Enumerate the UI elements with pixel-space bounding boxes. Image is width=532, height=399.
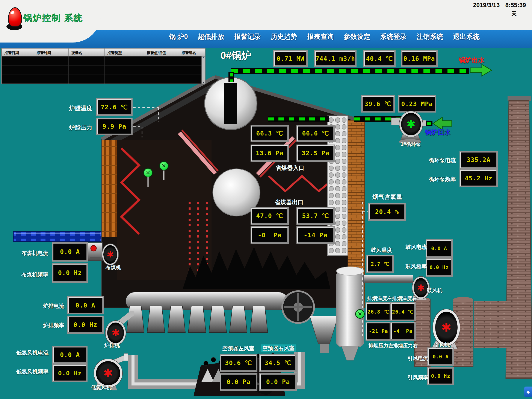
boiler-name: 0#锅炉: [221, 49, 251, 62]
alarm-col-date: 报警日期: [2, 49, 34, 56]
flue-press-left-box: -21 Pa: [366, 323, 390, 340]
flue-temp-left-label: 排烟温度左: [367, 295, 392, 302]
induced-freq-label: 引风频率: [408, 374, 428, 381]
date-label: 2019/3/13: [473, 2, 500, 8]
blower-temp-box: 2.7 ℃: [367, 255, 393, 272]
return-temp-box: 39.6 ℃: [362, 96, 394, 112]
feeder-freq-box: 0.0 Hz: [53, 264, 87, 282]
flue-press-left-label: 排烟压力左: [368, 342, 393, 349]
menu-item-logout[interactable]: 注销系统: [417, 32, 443, 41]
main-menu: 锅 炉0 超低排放 报警记录 历史趋势 报表查询 参数设定 系统登录 注销系统 …: [169, 32, 480, 41]
flue-temp-left-box: 26.8 ℃: [366, 303, 390, 321]
o2-box: 20.4 %: [369, 203, 405, 220]
airpreheater-right-label: 空预器右风室: [261, 344, 296, 352]
eco-inlet-press2-box: 32.5 Pa: [297, 145, 334, 161]
furnace-temp-box: 72.6 ℃: [97, 99, 132, 115]
alarm-column: [144, 57, 179, 84]
menu-item-params[interactable]: 参数设定: [344, 32, 370, 41]
blower-freq-label: 鼓风频率: [405, 263, 427, 270]
return-pipe-label: 锅炉回水: [425, 128, 450, 137]
alarm-table[interactable]: 报警日期 报警时间 变量名 报警类型 报警值/旧值 报警组名 ▲ ▼: [1, 48, 205, 84]
eco-inlet-press1-box: 13.6 Pa: [251, 145, 288, 161]
lownox-fan-icon[interactable]: ✱: [94, 359, 122, 387]
pump-impeller-icon: ✱: [406, 119, 416, 130]
roof-valve-1-icon[interactable]: ✕: [143, 168, 153, 177]
circulation-pump-icon[interactable]: ✱: [399, 111, 423, 137]
grate-fan-icon[interactable]: ✱: [106, 321, 126, 345]
alarm-column: [34, 57, 69, 84]
induced-current-label: 引风电流: [408, 355, 428, 362]
lownox-freq-label: 低氮风机频率: [16, 368, 49, 375]
fan-impeller-icon: ✱: [442, 321, 452, 334]
menu-item-emission[interactable]: 超低排放: [198, 32, 224, 41]
menu-item-login[interactable]: 系统登录: [380, 32, 407, 41]
blower-current-box: 0.0 A: [426, 240, 452, 257]
time-label: 8:55:39: [505, 2, 526, 8]
scroll-up-icon[interactable]: ▲: [203, 57, 204, 59]
blower-fan-label: 鼓风机: [427, 287, 442, 294]
blower-temp-label: 鼓风温度: [371, 247, 392, 254]
roof-valve-2-icon[interactable]: ✕: [159, 161, 169, 170]
coal-feeder-label: 布煤机: [106, 264, 121, 271]
corner-glyph-icon: ◆: [526, 389, 530, 394]
menu-item-history[interactable]: 历史趋势: [271, 32, 297, 41]
blower-current-label: 鼓风电流: [405, 243, 427, 251]
alarm-column: [105, 57, 144, 84]
alarm-table-header: 报警日期 报警时间 变量名 报警类型 报警值/旧值 报警组名: [2, 49, 205, 57]
menu-item-boiler0[interactable]: 锅 炉0: [169, 32, 188, 41]
o2-label: 烟气含氧量: [372, 193, 402, 201]
eco-outlet-temp1-box: 47.0 ℃: [251, 208, 288, 224]
valve-cross-icon: ✕: [146, 170, 150, 176]
airpreheater-right-press-box: 0.0 Pa: [260, 374, 296, 390]
feeder-freq-label: 布煤机频率: [21, 271, 48, 278]
coal-feeder-fan-icon[interactable]: ✱: [102, 244, 118, 265]
outlet-pipe-label: 锅炉出水: [459, 56, 484, 65]
grate-label: 炉排机: [104, 342, 120, 349]
day-label: 天: [511, 10, 517, 17]
induced-fan-label: 引风机: [434, 341, 450, 348]
eco-outlet-press2-box: -14 Pa: [297, 227, 334, 243]
alarm-lamp-icon: [6, 7, 22, 30]
flue-press-right-label: 排烟压力右: [393, 342, 418, 349]
floating-widget-icon[interactable]: ◆: [524, 386, 532, 397]
feeder-current-box: 0.0 A: [53, 243, 87, 261]
alarm-col-tag: 变量名: [69, 49, 105, 56]
induced-freq-box: 0.0 Hz: [428, 368, 453, 384]
fan-impeller-icon: ✱: [103, 367, 113, 379]
airpreheater-right-temp-box: 34.5 ℃: [260, 355, 296, 371]
induced-current-box: 0.0 A: [428, 348, 453, 365]
lownox-current-label: 低氮风机电流: [16, 349, 49, 356]
eco-inlet-label: 省煤器入口: [275, 164, 304, 172]
circ-freq-box: 45.2 Hz: [460, 170, 497, 186]
menu-item-reports[interactable]: 报表查询: [307, 32, 334, 41]
airpreheater-left-temp-box: 30.6 ℃: [221, 355, 257, 371]
menu-item-exit[interactable]: 退出系统: [453, 32, 480, 41]
induced-fan-icon[interactable]: ✱: [433, 309, 460, 346]
menu-item-alarms[interactable]: 报警记录: [234, 32, 261, 41]
furnace-press-label: 炉膛压力: [69, 124, 92, 131]
alarm-column: [69, 57, 105, 84]
circ-current-box: 335.2A: [460, 152, 497, 168]
lownox-fan-label: 低氮风机: [91, 384, 112, 391]
fan-impeller-icon: ✱: [417, 283, 424, 292]
eco-inlet-temp1-box: 66.3 ℃: [251, 126, 288, 141]
steam-flow-box: 744.1 m3/h: [315, 51, 356, 66]
fan-impeller-icon: ✱: [107, 250, 114, 259]
eco-outlet-press1-box: -0 Pa: [251, 227, 288, 243]
feeder-current-label: 布煤机电流: [21, 249, 48, 257]
outlet-temp-box: 40.4 ℃: [364, 51, 395, 66]
lownox-current-box: 0.0 A: [53, 347, 87, 363]
airpreheater-left-press-box: 0.0 Pa: [221, 374, 257, 390]
outlet-press-box: 0.16 MPa: [402, 51, 437, 66]
flue-press-right-box: -4 Pa: [391, 323, 415, 340]
eco-outlet-label: 省煤器出口: [275, 198, 304, 206]
lownox-freq-box: 0.0 Hz: [53, 365, 87, 381]
scroll-down-icon[interactable]: ▼: [203, 81, 204, 84]
alarm-col-value: 报警值/旧值: [144, 49, 179, 56]
flue-valve-icon[interactable]: ✕: [355, 309, 365, 319]
alarm-table-scrollbar[interactable]: ▲ ▼: [202, 57, 205, 84]
alarm-col-time: 报警时间: [34, 49, 69, 56]
flue-temp-right-label: 排烟温度右: [392, 295, 417, 302]
alarm-column: [2, 57, 34, 84]
fan-impeller-icon: ✱: [112, 328, 120, 338]
